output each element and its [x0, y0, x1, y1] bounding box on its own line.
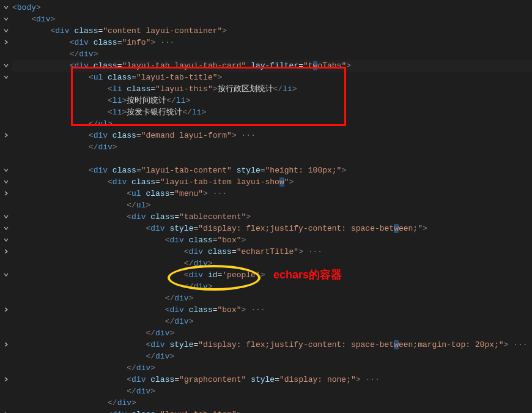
code-line[interactable]: <div class="box"> ···: [12, 304, 532, 316]
code-line[interactable]: <li>按发卡银行统计</li>: [12, 106, 532, 118]
fold-caret-expanded-icon[interactable]: [4, 28, 9, 33]
code-line[interactable]: </div>: [12, 141, 532, 153]
code-line[interactable]: <li class="layui-this">按行政区划统计</li>: [12, 83, 532, 95]
fold-caret-expanded-icon[interactable]: [4, 5, 9, 10]
code-line[interactable]: <ul class="layui-tab-title">: [12, 72, 532, 83]
code-line[interactable]: <div class="tablecontent">: [12, 211, 532, 223]
fold-caret-expanded-icon[interactable]: [4, 17, 9, 21]
fold-caret-expanded-icon[interactable]: [4, 63, 9, 68]
fold-caret-collapsed-icon[interactable]: [4, 40, 9, 45]
fold-caret-expanded-icon[interactable]: [4, 226, 9, 231]
code-line[interactable]: </div>: [12, 327, 532, 339]
fold-caret-expanded-icon[interactable]: [4, 168, 9, 173]
code-line[interactable]: <div class="layui-tab layui-tab-card" la…: [12, 60, 532, 72]
code-line[interactable]: <div class="content layui-container">: [12, 25, 532, 37]
fold-caret-expanded-icon[interactable]: [4, 272, 9, 277]
code-line[interactable]: <body>: [12, 2, 532, 13]
code-line[interactable]: </div>: [12, 48, 532, 60]
code-line[interactable]: <div>: [12, 13, 532, 25]
code-line[interactable]: </div>: [12, 281, 532, 292]
code-line[interactable]: <div id='people'>: [12, 269, 532, 281]
fold-caret-collapsed-icon[interactable]: [4, 307, 9, 312]
code-editor[interactable]: <body> <div> <div class="content layui-c…: [0, 0, 532, 413]
fold-caret-collapsed-icon[interactable]: [4, 342, 9, 347]
code-line[interactable]: <li>按时间统计</li>: [12, 95, 532, 106]
code-line[interactable]: </div>: [12, 362, 532, 374]
code-line[interactable]: <div class="info"> ···: [12, 37, 532, 48]
fold-caret-expanded-icon[interactable]: [4, 179, 9, 184]
code-line[interactable]: [12, 153, 532, 165]
code-line[interactable]: <div class="layui-tab-content" style="he…: [12, 165, 532, 176]
code-line[interactable]: <ul class="menu"> ···: [12, 188, 532, 199]
code-line[interactable]: </ul>: [12, 118, 532, 130]
code-line[interactable]: <div class="echartTitle"> ···: [12, 246, 532, 258]
code-line[interactable]: <div class="layui-tab-item"> ···: [12, 409, 532, 413]
code-line[interactable]: <div class="demand layui-form"> ···: [12, 130, 532, 141]
code-line[interactable]: <div style="display: flex;justify-conten…: [12, 223, 532, 234]
code-line[interactable]: </div>: [12, 292, 532, 304]
code-line[interactable]: </div>: [12, 397, 532, 409]
code-line[interactable]: <div style="display: flex;justify-conten…: [12, 339, 532, 351]
code-line[interactable]: </div>: [12, 351, 532, 362]
fold-caret-expanded-icon[interactable]: [4, 214, 9, 219]
code-line[interactable]: </div>: [12, 385, 532, 397]
code-line[interactable]: </div>: [12, 316, 532, 327]
code-line[interactable]: </ul>: [12, 199, 532, 211]
code-line[interactable]: <div class="layui-tab-item layui-show">: [12, 176, 532, 188]
fold-caret-collapsed-icon[interactable]: [4, 133, 9, 138]
code-line[interactable]: <div class="graphcontent" style="display…: [12, 374, 532, 385]
code-line[interactable]: <div class="box">: [12, 234, 532, 246]
fold-caret-collapsed-icon[interactable]: [4, 249, 9, 254]
fold-caret-expanded-icon[interactable]: [4, 237, 9, 242]
fold-caret-collapsed-icon[interactable]: [4, 191, 9, 196]
code-line[interactable]: </div>: [12, 258, 532, 269]
fold-caret-collapsed-icon[interactable]: [4, 377, 9, 382]
fold-caret-expanded-icon[interactable]: [4, 75, 9, 80]
